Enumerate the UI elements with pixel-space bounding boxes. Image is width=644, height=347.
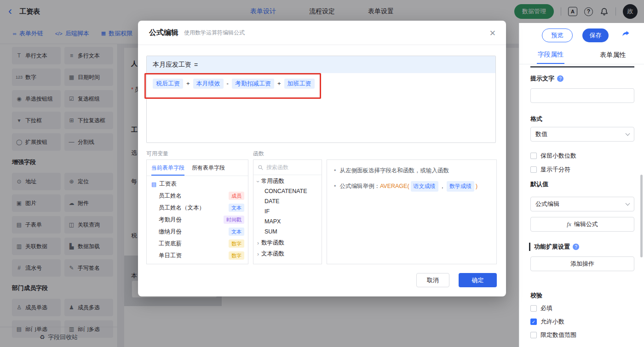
modal-subtitle: 使用数学运算符编辑公式 — [184, 29, 245, 37]
edit-formula-button[interactable]: fx 编辑公式 — [530, 217, 634, 232]
group-label: 数学函数 — [261, 239, 284, 247]
add-action-label: 添加操作 — [570, 260, 594, 268]
field-token[interactable]: 本月绩效 — [193, 79, 224, 89]
checkbox-label: 允许小数 — [540, 318, 564, 326]
group-label: 文本函数 — [261, 250, 284, 258]
function-group-text[interactable]: › 文本函数 — [253, 248, 322, 259]
bullet: • — [334, 167, 336, 174]
fx-icon: fx — [567, 221, 571, 228]
cancel-button[interactable]: 取消 — [416, 273, 449, 287]
checkbox[interactable] — [530, 305, 537, 312]
operator: + — [277, 80, 281, 87]
allow-decimal-checkbox[interactable]: 允许小数 — [530, 318, 564, 326]
variables-tree: ▤ 工资表 员工姓名成员 员工姓名（文本）文本 考勤月份时间戳 缴纳月份文本 工… — [147, 176, 248, 262]
checkbox[interactable] — [530, 166, 537, 173]
example-field-chip: 数学成绩 — [447, 181, 474, 192]
chevron-right-icon: › — [257, 252, 259, 256]
add-action-button[interactable]: 添加操作 — [530, 256, 634, 271]
function-item[interactable]: DATE — [253, 196, 322, 206]
required-checkbox[interactable]: 必填 — [530, 304, 552, 313]
confirm-button[interactable]: 确定 — [459, 273, 497, 287]
chevron-down-icon — [626, 131, 630, 136]
edit-formula-label: 编辑公式 — [574, 220, 598, 228]
tab-field-properties[interactable]: 字段属性 — [519, 46, 582, 64]
function-item[interactable]: IF — [253, 206, 322, 216]
tip-line: •从左侧面板选择字段名和函数，或输入函数 — [334, 166, 489, 176]
variable-row[interactable]: 缴纳月份文本 — [147, 226, 248, 238]
function-search-input[interactable] — [266, 164, 312, 171]
tab-all-form-fields[interactable]: 所有表单字段 — [192, 160, 225, 176]
scrollbar[interactable] — [640, 175, 643, 257]
variables-panel: 当前表单字段 所有表单字段 ▤ 工资表 员工姓名成员 员工姓名（文本）文本 考勤… — [146, 159, 248, 264]
property-tabs: 字段属性 表单属性 — [519, 46, 644, 64]
limit-range-checkbox[interactable]: 限定数值范围 — [530, 331, 576, 339]
field-token[interactable]: 加班工资 — [284, 79, 315, 89]
share-icon[interactable] — [621, 30, 631, 40]
format-value: 数值 — [535, 130, 547, 138]
example-field-chip: 语文成绩 — [411, 181, 438, 192]
property-panel: 预览 保存 字段属性 表单属性 提示文字 格式 数值 保留小数位数 显示千分符 … — [519, 23, 644, 347]
preview-button[interactable]: 预览 — [542, 28, 573, 42]
checkbox[interactable] — [530, 332, 537, 338]
functions-panel: › 常用函数 CONCATENATE DATE IF MAPX SUM › 数学… — [253, 159, 322, 264]
function-group-math[interactable]: › 数学函数 — [253, 237, 322, 248]
format-select[interactable]: 数值 — [530, 127, 634, 142]
help-icon[interactable] — [557, 75, 564, 82]
tree-root-form[interactable]: ▤ 工资表 — [147, 178, 248, 190]
search-icon — [258, 165, 264, 171]
function-item[interactable]: CONCATENATE — [253, 186, 322, 196]
function-item[interactable]: MAPX — [253, 216, 322, 227]
formula-target-row: 本月应发工资 = — [147, 56, 495, 73]
save-button[interactable]: 保存 — [582, 28, 609, 42]
checkbox-label: 显示千分符 — [540, 165, 570, 174]
close-icon[interactable]: ✕ — [489, 28, 496, 38]
keep-decimals-checkbox[interactable]: 保留小数位数 — [530, 152, 576, 160]
variables-tabs: 当前表单字段 所有表单字段 — [147, 160, 248, 176]
variable-row[interactable]: 考勤月份时间戳 — [147, 214, 248, 226]
variable-row[interactable]: 工资底薪数字 — [147, 238, 248, 250]
modal-overlay — [0, 0, 644, 23]
form-doc-icon: ▤ — [151, 181, 156, 188]
thousand-separator-checkbox[interactable]: 显示千分符 — [530, 165, 570, 174]
default-value-label: 默认值 — [530, 180, 548, 188]
checkbox-label: 必填 — [540, 304, 552, 313]
variable-row[interactable]: 员工姓名（文本）文本 — [147, 202, 248, 214]
equals-sign: = — [194, 61, 198, 68]
checkbox-checked[interactable] — [530, 319, 537, 325]
formula-editor-box[interactable]: 本月应发工资 = 税后工资+本月绩效-考勤扣减工资+加班工资 — [146, 56, 496, 143]
tab-current-form-fields[interactable]: 当前表单字段 — [151, 160, 184, 176]
formula-expression[interactable]: 税后工资+本月绩效-考勤扣减工资+加班工资 — [147, 73, 495, 94]
tip-example-line: •公式编辑举例：AVERAGE(语文成绩，数学成绩) — [334, 181, 489, 192]
formula-tips-panel: •从左侧面板选择字段名和函数，或输入函数 •公式编辑举例：AVERAGE(语文成… — [327, 159, 497, 264]
function-search[interactable] — [253, 160, 322, 175]
tab-form-properties[interactable]: 表单属性 — [582, 46, 644, 64]
format-label: 格式 — [530, 115, 542, 123]
variables-section-label: 可用变量 — [146, 150, 168, 158]
field-type-tag: 数字 — [229, 251, 244, 260]
function-name: AVERAGE( — [380, 183, 409, 189]
hint-text-input[interactable] — [530, 88, 634, 103]
function-group-common[interactable]: › 常用函数 — [253, 175, 322, 186]
checkbox[interactable] — [530, 153, 537, 159]
validation-label: 校验 — [530, 291, 542, 300]
function-item[interactable]: SUM — [253, 227, 322, 237]
formula-editor-modal: 公式编辑 使用数学运算符编辑公式 ✕ 本月应发工资 = 税后工资+本月绩效-考勤… — [138, 21, 506, 296]
functions-section-label: 函数 — [253, 150, 264, 158]
field-type-tag: 文本 — [229, 204, 244, 212]
default-value-select[interactable]: 公式编辑 — [530, 197, 634, 211]
chevron-right-icon: › — [257, 241, 259, 245]
default-value: 公式编辑 — [535, 200, 559, 208]
help-icon[interactable] — [573, 244, 579, 250]
chevron-down-icon: › — [256, 181, 260, 182]
field-token[interactable]: 税后工资 — [153, 79, 183, 89]
field-type-tag: 成员 — [229, 192, 244, 200]
chevron-down-icon — [626, 201, 630, 205]
field-type-tag: 数字 — [229, 239, 244, 248]
checkbox-label: 限定数值范围 — [540, 331, 576, 339]
field-type-tag: 时间戳 — [224, 216, 244, 224]
variable-row[interactable]: 单日工资数字 — [147, 250, 248, 262]
operator: - — [227, 80, 229, 87]
operator: + — [186, 80, 190, 87]
field-token[interactable]: 考勤扣减工资 — [232, 79, 274, 89]
variable-row[interactable]: 员工姓名成员 — [147, 190, 248, 202]
